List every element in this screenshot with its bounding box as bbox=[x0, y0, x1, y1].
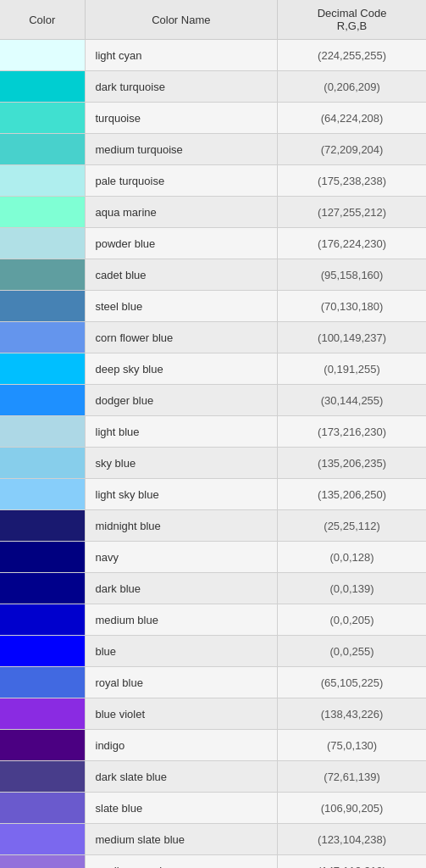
color-name-cell: dark slate blue bbox=[85, 761, 278, 793]
decimal-code-cell: (135,206,250) bbox=[278, 479, 426, 510]
color-swatch-cell bbox=[0, 353, 85, 385]
decimal-code-cell: (65,105,225) bbox=[278, 667, 426, 698]
color-swatch bbox=[0, 855, 85, 868]
table-row: cadet blue(95,158,160) bbox=[0, 259, 426, 291]
color-swatch bbox=[0, 573, 85, 604]
color-swatch bbox=[0, 636, 85, 666]
table-row: powder blue(176,224,230) bbox=[0, 228, 426, 259]
table-row: medium purple(147,112,219) bbox=[0, 855, 426, 869]
table-row: pale turquoise(175,238,238) bbox=[0, 165, 426, 197]
table-row: corn flower blue(100,149,237) bbox=[0, 322, 426, 353]
color-swatch-cell bbox=[0, 416, 85, 448]
color-swatch-cell bbox=[0, 698, 85, 730]
color-swatch bbox=[0, 385, 85, 415]
color-swatch bbox=[0, 416, 85, 447]
color-name-cell: navy bbox=[85, 542, 278, 573]
color-swatch-cell bbox=[0, 793, 85, 824]
table-row: deep sky blue(0,191,255) bbox=[0, 353, 426, 385]
color-swatch-cell bbox=[0, 542, 85, 573]
color-swatch bbox=[0, 542, 85, 572]
decimal-code-cell: (173,216,230) bbox=[278, 416, 426, 448]
color-swatch bbox=[0, 353, 85, 384]
header-color-name: Color Name bbox=[85, 0, 278, 40]
table-row: aqua marine(127,255,212) bbox=[0, 197, 426, 228]
color-swatch-cell bbox=[0, 573, 85, 604]
decimal-code-cell: (64,224,208) bbox=[278, 103, 426, 134]
color-name-cell: medium slate blue bbox=[85, 824, 278, 855]
color-name-cell: corn flower blue bbox=[85, 322, 278, 353]
color-name-cell: light sky blue bbox=[85, 479, 278, 510]
color-name-cell: indigo bbox=[85, 730, 278, 761]
decimal-code-cell: (95,158,160) bbox=[278, 259, 426, 291]
color-swatch-cell bbox=[0, 636, 85, 667]
decimal-code-cell: (25,25,112) bbox=[278, 510, 426, 542]
decimal-code-cell: (30,144,255) bbox=[278, 385, 426, 416]
decimal-code-cell: (75,0,130) bbox=[278, 730, 426, 761]
color-name-cell: blue bbox=[85, 636, 278, 667]
color-swatch bbox=[0, 761, 85, 792]
color-name-cell: dark blue bbox=[85, 573, 278, 604]
table-row: dodger blue(30,144,255) bbox=[0, 385, 426, 416]
table-row: dark turquoise(0,206,209) bbox=[0, 71, 426, 103]
color-swatch bbox=[0, 730, 85, 760]
decimal-code-cell: (106,90,205) bbox=[278, 793, 426, 824]
header-color: Color bbox=[0, 0, 85, 40]
header-decimal-code: Decimal CodeR,G,B bbox=[278, 0, 426, 40]
table-row: dark blue(0,0,139) bbox=[0, 573, 426, 604]
color-swatch bbox=[0, 71, 85, 102]
color-swatch bbox=[0, 291, 85, 321]
color-name-cell: light blue bbox=[85, 416, 278, 448]
color-name-cell: royal blue bbox=[85, 667, 278, 698]
decimal-code-cell: (176,224,230) bbox=[278, 228, 426, 259]
table-row: steel blue(70,130,180) bbox=[0, 291, 426, 322]
color-name-cell: midnight blue bbox=[85, 510, 278, 542]
color-table-container: Color Color Name Decimal CodeR,G,B light… bbox=[0, 0, 426, 868]
color-swatch-cell bbox=[0, 855, 85, 869]
table-row: medium turquoise(72,209,204) bbox=[0, 134, 426, 165]
color-name-cell: medium turquoise bbox=[85, 134, 278, 165]
color-name-cell: blue violet bbox=[85, 698, 278, 730]
decimal-code-cell: (138,43,226) bbox=[278, 698, 426, 730]
color-swatch bbox=[0, 698, 85, 729]
color-swatch-cell bbox=[0, 134, 85, 165]
decimal-code-cell: (72,209,204) bbox=[278, 134, 426, 165]
color-swatch bbox=[0, 259, 85, 290]
decimal-code-cell: (175,238,238) bbox=[278, 165, 426, 197]
color-swatch-cell bbox=[0, 103, 85, 134]
decimal-code-cell: (0,0,128) bbox=[278, 542, 426, 573]
color-name-cell: medium blue bbox=[85, 604, 278, 636]
color-swatch bbox=[0, 479, 85, 509]
decimal-code-cell: (224,255,255) bbox=[278, 40, 426, 71]
color-swatch bbox=[0, 103, 85, 133]
color-swatch bbox=[0, 165, 85, 196]
color-swatch-cell bbox=[0, 322, 85, 353]
decimal-code-cell: (147,112,219) bbox=[278, 855, 426, 869]
table-row: medium blue(0,0,205) bbox=[0, 604, 426, 636]
color-name-cell: light cyan bbox=[85, 40, 278, 71]
decimal-code-cell: (0,206,209) bbox=[278, 71, 426, 103]
color-name-cell: deep sky blue bbox=[85, 353, 278, 385]
color-name-cell: medium purple bbox=[85, 855, 278, 869]
color-swatch bbox=[0, 228, 85, 259]
color-swatch-cell bbox=[0, 165, 85, 197]
table-row: turquoise(64,224,208) bbox=[0, 103, 426, 134]
color-name-cell: dodger blue bbox=[85, 385, 278, 416]
color-swatch bbox=[0, 197, 85, 227]
table-row: light cyan(224,255,255) bbox=[0, 40, 426, 71]
color-name-cell: pale turquoise bbox=[85, 165, 278, 197]
table-row: midnight blue(25,25,112) bbox=[0, 510, 426, 542]
color-swatch-cell bbox=[0, 667, 85, 698]
table-row: light blue(173,216,230) bbox=[0, 416, 426, 448]
color-swatch-cell bbox=[0, 448, 85, 479]
color-name-cell: steel blue bbox=[85, 291, 278, 322]
color-table: Color Color Name Decimal CodeR,G,B light… bbox=[0, 0, 426, 868]
color-swatch-cell bbox=[0, 761, 85, 793]
table-row: dark slate blue(72,61,139) bbox=[0, 761, 426, 793]
color-swatch bbox=[0, 824, 85, 854]
decimal-code-cell: (0,0,255) bbox=[278, 636, 426, 667]
decimal-code-cell: (70,130,180) bbox=[278, 291, 426, 322]
decimal-code-cell: (127,255,212) bbox=[278, 197, 426, 228]
decimal-code-cell: (135,206,235) bbox=[278, 448, 426, 479]
decimal-code-cell: (0,191,255) bbox=[278, 353, 426, 385]
color-swatch-cell bbox=[0, 291, 85, 322]
